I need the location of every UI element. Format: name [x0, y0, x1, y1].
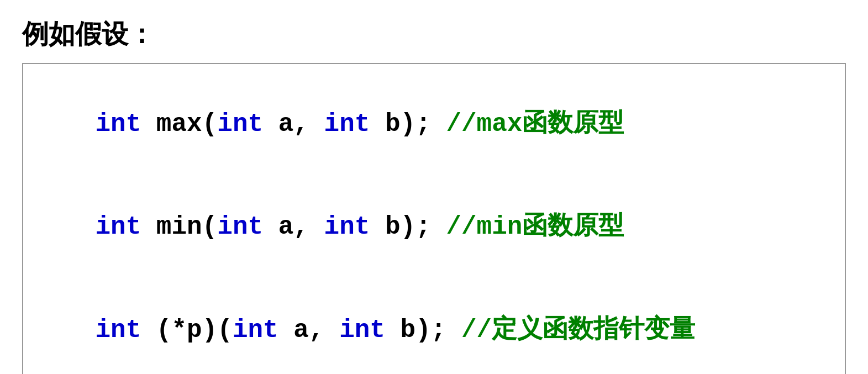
code-rest-3b: a, — [278, 316, 339, 345]
code-rest-3c: b); — [385, 316, 446, 345]
code-rest-2: min( — [141, 213, 217, 241]
keyword-int-3: int — [324, 110, 370, 139]
comment-1: //max函数原型 — [431, 110, 624, 139]
keyword-int-6: int — [324, 213, 370, 241]
code-rest-1: max( — [141, 110, 217, 139]
keyword-int-9: int — [339, 316, 385, 345]
code-line-3: int (*p)(int a, int b); //定义函数指针变量 — [34, 279, 834, 374]
code-line-2: int min(int a, int b); //min函数原型 — [34, 176, 834, 278]
code-line-1: int max(int a, int b); //max函数原型 — [34, 73, 834, 176]
keyword-int-2: int — [217, 110, 263, 139]
comment-2: //min函数原型 — [431, 213, 624, 241]
code-rest-1c: b); — [370, 110, 430, 139]
code-rest-1b: a, — [263, 110, 324, 139]
keyword-int-4: int — [95, 213, 141, 241]
code-block-1: int max(int a, int b); //max函数原型 int min… — [22, 63, 846, 374]
keyword-int-5: int — [217, 213, 263, 241]
intro-text: 例如假设： — [22, 17, 846, 52]
code-rest-2c: b); — [370, 213, 430, 241]
keyword-int-7: int — [95, 316, 141, 345]
keyword-int-1: int — [95, 110, 141, 139]
code-rest-3: (*p)( — [141, 316, 233, 345]
code-rest-2b: a, — [263, 213, 324, 241]
keyword-int-8: int — [233, 316, 278, 345]
comment-3: //定义函数指针变量 — [446, 316, 695, 345]
